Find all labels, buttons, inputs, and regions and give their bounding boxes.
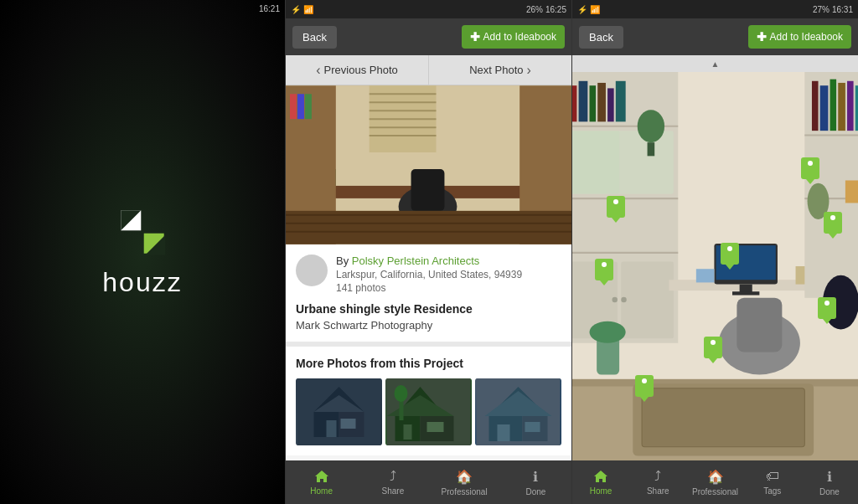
- full-nav-share-label: Share: [647, 486, 669, 496]
- thumbnail-1[interactable]: [296, 378, 382, 445]
- svg-rect-38: [427, 422, 444, 432]
- tag-2[interactable]: [595, 259, 613, 280]
- share-icon: ⤴: [390, 469, 396, 484]
- full-nav-done-label: Done: [819, 487, 840, 496]
- thumbnail-row: [296, 378, 561, 445]
- main-photo[interactable]: [286, 85, 571, 244]
- full-photo-area[interactable]: [572, 72, 858, 460]
- svg-rect-82: [830, 80, 837, 131]
- svg-marker-48: [315, 471, 328, 482]
- plus-icon: ✚: [470, 30, 480, 44]
- detail-battery: 26%: [526, 5, 543, 14]
- full-status-left: ⚡ 📶: [577, 5, 600, 14]
- thumb-3-svg: [475, 378, 561, 445]
- svg-rect-61: [597, 83, 606, 121]
- thumb-2-svg: [385, 378, 472, 445]
- project-photographer: Mark Schwartz Photography: [296, 319, 561, 332]
- full-header: Back ✚ Add to Ideabook: [572, 18, 858, 55]
- full-nav-professional-label: Professional: [692, 487, 738, 496]
- detail-header: Back ✚ Add to Ideabook: [286, 18, 571, 55]
- detail-usb-icon: ⚡: [291, 5, 301, 14]
- nav-share-label: Share: [382, 486, 405, 496]
- houzz-logo-container: houzz: [102, 207, 182, 298]
- svg-rect-65: [572, 131, 619, 194]
- svg-rect-62: [607, 88, 614, 121]
- detail-content[interactable]: By Polsky Perlstein Architects Larkspur,…: [286, 85, 571, 460]
- done-icon: ℹ: [533, 469, 538, 485]
- full-back-button[interactable]: Back: [579, 26, 623, 49]
- tag-5[interactable]: [824, 212, 842, 234]
- svg-rect-83: [838, 83, 845, 131]
- detail-status-bar: ⚡ 📶 26% 16:25: [286, 0, 571, 18]
- tag-4[interactable]: [801, 157, 819, 179]
- full-nav-home-label: Home: [590, 486, 612, 496]
- tag-1[interactable]: [607, 196, 625, 218]
- svg-point-66: [638, 110, 664, 142]
- full-photo-panel: ⚡ 📶 27% 16:31 Back ✚ Add to Ideabook ▲: [571, 0, 858, 504]
- scroll-up-indicator[interactable]: ▲: [572, 55, 858, 72]
- prev-photo-button[interactable]: ‹ Previous Photo: [286, 55, 429, 85]
- svg-point-56: [612, 297, 617, 302]
- tag-8[interactable]: [635, 375, 654, 397]
- thumbnail-3[interactable]: [475, 378, 561, 445]
- svg-rect-20: [305, 94, 312, 119]
- svg-rect-18: [290, 94, 297, 119]
- full-tags-icon: 🏷: [766, 469, 779, 484]
- full-nav-home-item[interactable]: Home: [572, 469, 629, 496]
- chevron-left-icon: ‹: [316, 63, 320, 78]
- detail-status-left: ⚡ 📶: [291, 5, 313, 14]
- svg-rect-81: [820, 85, 829, 131]
- splash-time: 16:21: [259, 4, 280, 13]
- full-nav-done-item[interactable]: ℹ Done: [801, 469, 858, 496]
- svg-rect-21: [286, 211, 571, 244]
- detail-back-button[interactable]: Back: [292, 26, 337, 49]
- nav-done-item[interactable]: ℹ Done: [500, 469, 571, 496]
- svg-rect-87: [845, 180, 858, 203]
- nav-done-label: Done: [525, 487, 545, 496]
- svg-rect-59: [579, 81, 588, 122]
- tag-6[interactable]: [818, 297, 836, 319]
- svg-rect-47: [525, 422, 540, 432]
- full-nav-share-item[interactable]: ⤴ Share: [629, 469, 686, 496]
- full-status-right: 27% 16:31: [813, 5, 853, 14]
- photo-nav-bar: ‹ Previous Photo Next Photo ›: [286, 55, 571, 85]
- detail-bottom-nav: Home ⤴ Share 🏠 Professional ℹ Done: [286, 460, 571, 504]
- photo-detail-panel: ⚡ 📶 26% 16:25 Back ✚ Add to Ideabook ‹ P…: [285, 0, 571, 504]
- full-signal-icon: 📶: [590, 5, 600, 14]
- svg-rect-84: [847, 81, 854, 131]
- full-nav-tags-label: Tags: [763, 486, 781, 496]
- nav-home-item[interactable]: Home: [286, 469, 357, 496]
- next-photo-button[interactable]: Next Photo ›: [429, 55, 571, 85]
- thumbnail-2[interactable]: [385, 378, 472, 445]
- tag-3[interactable]: [721, 243, 739, 265]
- svg-point-40: [395, 385, 408, 402]
- nav-professional-item[interactable]: 🏠 Professional: [429, 469, 500, 496]
- author-by-text: By Polsky Perlstein Architects: [336, 255, 561, 267]
- full-nav-tags-item[interactable]: 🏷 Tags: [744, 469, 801, 496]
- svg-rect-58: [572, 85, 576, 121]
- more-photos-section: More Photos from this Project: [286, 347, 571, 455]
- full-nav-professional-item[interactable]: 🏠 Professional: [686, 469, 743, 496]
- project-title: Urbane shingle style Residence: [296, 302, 561, 316]
- full-home-icon: [592, 469, 609, 484]
- detail-add-ideabook-button[interactable]: ✚ Add to Ideabook: [462, 25, 565, 49]
- author-info: By Polsky Perlstein Architects Larkspur,…: [336, 255, 561, 294]
- author-name-link[interactable]: Polsky Perlstein Architects: [352, 255, 479, 267]
- full-battery: 27%: [813, 5, 830, 14]
- detail-status-right: 26% 16:25: [526, 5, 566, 14]
- nav-share-item[interactable]: ⤴ Share: [357, 469, 428, 496]
- svg-rect-19: [297, 94, 304, 119]
- svg-rect-91: [642, 388, 804, 447]
- nav-professional-label: Professional: [442, 487, 488, 496]
- full-professional-icon: 🏠: [707, 469, 724, 485]
- svg-rect-31: [341, 419, 356, 429]
- svg-rect-80: [812, 81, 819, 131]
- tag-7[interactable]: [704, 337, 722, 358]
- full-done-icon: ℹ: [827, 469, 832, 485]
- svg-rect-30: [327, 420, 337, 437]
- full-usb-icon: ⚡: [577, 5, 587, 14]
- full-add-ideabook-button[interactable]: ✚ Add to Ideabook: [748, 25, 851, 49]
- svg-rect-37: [404, 424, 412, 440]
- author-info-section: By Polsky Perlstein Architects Larkspur,…: [286, 244, 571, 347]
- detail-time: 16:25: [545, 5, 566, 14]
